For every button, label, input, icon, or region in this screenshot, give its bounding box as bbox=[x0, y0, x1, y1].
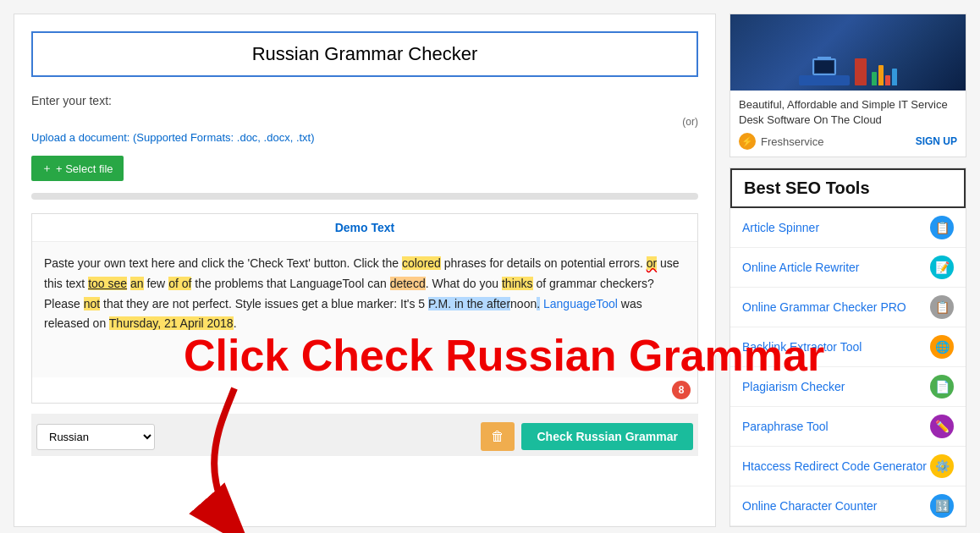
brand-name: Freshservice bbox=[761, 135, 823, 148]
highlight-colored: colored bbox=[402, 256, 441, 270]
signup-link[interactable]: SIGN UP bbox=[916, 135, 957, 147]
demo-text-static2: phrases for details on potential errors. bbox=[441, 256, 647, 270]
seo-tools-list: Article Spinner📋Online Article Rewriter📝… bbox=[730, 208, 966, 526]
demo-space2: few bbox=[144, 277, 169, 290]
upload-row: Upload a document: (Supported Formats: .… bbox=[31, 131, 698, 144]
or-text: (or) bbox=[31, 116, 698, 128]
check-grammar-button[interactable]: Check Russian Grammar bbox=[521, 423, 693, 450]
ad-brand-row: ⚡ Freshservice SIGN UP bbox=[739, 133, 957, 150]
seo-tool-link-1[interactable]: Online Article Rewriter bbox=[742, 261, 860, 274]
seo-tool-item[interactable]: Article Spinner📋 bbox=[730, 208, 966, 248]
seo-tool-icon-2: 📋 bbox=[930, 295, 954, 319]
highlight-of-of: of of bbox=[168, 277, 191, 290]
sidebar: Beautiful, Affordable and Simple IT Serv… bbox=[729, 14, 966, 527]
highlight-too-see: too see bbox=[88, 277, 127, 290]
upload-label: Upload a document: (Supported Formats: .… bbox=[31, 131, 315, 144]
page-title: Russian Grammar Checker bbox=[43, 43, 686, 65]
seo-tool-item[interactable]: Online Grammar Checker PRO📋 bbox=[730, 288, 966, 327]
seo-tool-link-5[interactable]: Paraphrase Tool bbox=[742, 420, 829, 433]
demo-text-static5: . What do you bbox=[426, 277, 502, 290]
bottom-right-actions: 🗑 Check Russian Grammar bbox=[481, 422, 693, 451]
demo-text-box: Demo Text Paste your own text here and c… bbox=[31, 213, 698, 404]
seo-tool-icon-7: 🔢 bbox=[930, 494, 954, 518]
highlight-lt: LanguageTool bbox=[543, 297, 618, 310]
brand-icon: ⚡ bbox=[739, 133, 756, 150]
highlight-pm: P.M. in the after bbox=[428, 297, 510, 310]
seo-tool-link-7[interactable]: Online Character Counter bbox=[742, 499, 878, 513]
demo-text-static: Paste your own text here and click the '… bbox=[44, 256, 402, 270]
ad-text: Beautiful, Affordable and Simple IT Serv… bbox=[730, 91, 966, 157]
demo-cut2: ease bbox=[54, 297, 83, 310]
seo-tool-icon-3: 🌐 bbox=[930, 335, 954, 359]
highlight-or: or bbox=[647, 256, 657, 270]
demo-text-header: Demo Text bbox=[32, 214, 697, 242]
demo-cut: ems that LanguageTool can bbox=[241, 277, 390, 290]
chart-shape bbox=[872, 58, 897, 85]
seo-tool-link-4[interactable]: Plagiarism Checker bbox=[742, 380, 845, 393]
error-count-badge: 8 bbox=[672, 381, 691, 399]
seo-tool-icon-0: 📋 bbox=[930, 216, 954, 239]
desk-illustration bbox=[799, 43, 850, 85]
highlight-date: Thursday, 21 April 2018 bbox=[109, 316, 234, 330]
highlight-detecd: detecd bbox=[390, 277, 426, 290]
ad-box: Beautiful, Affordable and Simple IT Serv… bbox=[729, 14, 966, 157]
seo-tool-icon-5: ✏️ bbox=[930, 415, 954, 438]
text-area-container: Click Check Russian Grammar Demo Text Pa… bbox=[31, 213, 698, 456]
enter-text-label: Enter your text: bbox=[31, 94, 698, 107]
seo-tool-item[interactable]: Online Character Counter🔢 bbox=[730, 486, 966, 526]
clear-button[interactable]: 🗑 bbox=[481, 422, 515, 451]
seo-tool-item[interactable]: Paraphrase Tool✏️ bbox=[730, 407, 966, 447]
book-shape bbox=[855, 58, 867, 85]
seo-tool-icon-6: ⚙️ bbox=[930, 454, 954, 478]
badge-row: 8 bbox=[32, 377, 697, 403]
seo-tools-header: Best SEO Tools bbox=[730, 168, 966, 208]
demo-period: . bbox=[234, 316, 237, 330]
language-select[interactable]: Russian English German bbox=[36, 424, 155, 450]
trash-icon: 🗑 bbox=[491, 429, 504, 443]
seo-tool-icon-4: 📄 bbox=[930, 375, 954, 398]
seo-tool-item[interactable]: Plagiarism Checker📄 bbox=[730, 367, 966, 407]
check-grammar-label: Check Russian Grammar bbox=[537, 430, 678, 443]
main-panel: Russian Grammar Checker Enter your text:… bbox=[14, 14, 716, 527]
seo-tools-box: Best SEO Tools Article Spinner📋Online Ar… bbox=[729, 168, 966, 527]
seo-tool-item[interactable]: Htaccess Redirect Code Generator⚙️ bbox=[730, 447, 966, 486]
seo-tool-item[interactable]: Online Article Rewriter📝 bbox=[730, 248, 966, 288]
seo-tool-link-3[interactable]: Backlink Extractor Tool bbox=[742, 340, 862, 354]
page-title-box: Russian Grammar Checker bbox=[31, 31, 698, 77]
seo-tool-link-6[interactable]: Htaccess Redirect Code Generator bbox=[742, 459, 927, 473]
bottom-bar: Russian English German 🗑 Check Russian G… bbox=[31, 414, 698, 456]
select-file-button[interactable]: ＋ + Select file bbox=[31, 156, 124, 181]
demo-text-static7: that they are not perfect. Style issues … bbox=[100, 297, 428, 310]
seo-tool-link-2[interactable]: Online Grammar Checker PRO bbox=[742, 300, 906, 314]
select-file-label: + Select file bbox=[56, 162, 113, 175]
demo-cut3: noon bbox=[510, 297, 537, 310]
demo-text-content[interactable]: Paste your own text here and click the '… bbox=[32, 242, 697, 377]
demo-text-static4: the probl bbox=[191, 277, 240, 290]
ad-image[interactable] bbox=[730, 14, 966, 91]
ad-brand: ⚡ Freshservice bbox=[739, 133, 823, 150]
progress-bar bbox=[31, 193, 698, 200]
plus-icon: ＋ bbox=[41, 161, 52, 176]
highlight-an: an bbox=[130, 277, 144, 290]
seo-tool-icon-1: 📝 bbox=[930, 256, 954, 279]
ad-headline: Beautiful, Affordable and Simple IT Serv… bbox=[739, 97, 957, 128]
seo-tool-link-0[interactable]: Article Spinner bbox=[742, 221, 819, 234]
ad-image-decor bbox=[730, 14, 966, 91]
seo-tool-item[interactable]: Backlink Extractor Tool🌐 bbox=[730, 327, 966, 367]
highlight-thinks: thinks bbox=[502, 277, 533, 290]
highlight-not: not bbox=[84, 297, 100, 310]
